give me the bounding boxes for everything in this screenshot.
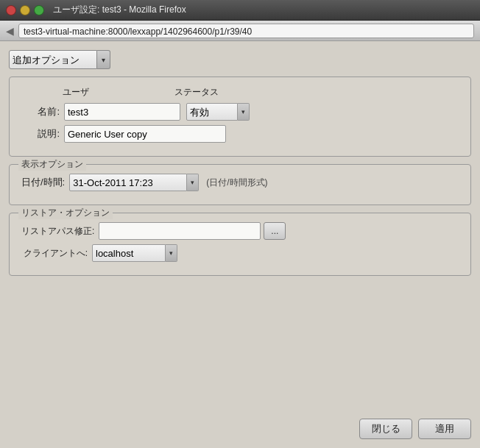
datetime-select-wrap: 31-Oct-2011 17:23 ▾ <box>69 174 199 191</box>
status-select[interactable]: 有効 <box>186 103 238 121</box>
titlebar: ユーザ設定: test3 - Mozilla Firefox <box>0 0 480 21</box>
datetime-row: 日付/時間: 31-Oct-2011 17:23 ▾ (日付/時間形式) <box>21 174 459 191</box>
minimize-window-button[interactable] <box>20 5 30 15</box>
close-button[interactable]: 閉じる <box>359 419 412 439</box>
datetime-select[interactable]: 31-Oct-2011 17:23 <box>69 174 187 191</box>
window-body: 追加オプション ▾ ユーザ ステータス 名前: 有効 ▾ 説明: 表 <box>0 41 480 448</box>
back-arrow-icon[interactable]: ◀ <box>6 25 14 37</box>
close-window-button[interactable] <box>6 5 16 15</box>
display-section: 表示オプション 日付/時間: 31-Oct-2011 17:23 ▾ (日付/時… <box>9 164 471 205</box>
restore-section: リストア・オプション リストアパス修正: ... クライアントへ: localh… <box>9 213 471 276</box>
restore-path-row: リストアパス修正: ... <box>21 222 459 240</box>
apply-button[interactable]: 適用 <box>418 419 471 439</box>
display-section-legend: 表示オプション <box>18 158 86 171</box>
client-arrow-icon[interactable]: ▾ <box>166 244 177 262</box>
status-select-wrap: 有効 ▾ <box>186 103 250 121</box>
status-arrow-icon[interactable]: ▾ <box>238 103 250 121</box>
restore-path-wrap: ... <box>99 222 286 240</box>
datetime-arrow-icon[interactable]: ▾ <box>187 174 199 191</box>
addon-options-row: 追加オプション ▾ <box>9 50 471 69</box>
client-row: クライアントへ: localhost ▾ <box>21 244 459 262</box>
user-column-header: ユーザ <box>51 86 169 99</box>
urlbar: ◀ test3-virtual-machine:8000/lexxapp/140… <box>0 21 480 41</box>
spacer <box>9 283 471 405</box>
addon-options-arrow[interactable]: ▾ <box>97 50 110 69</box>
addon-options-dropdown[interactable]: 追加オプション <box>9 50 97 69</box>
name-input[interactable] <box>64 103 180 121</box>
user-section: ユーザ ステータス 名前: 有効 ▾ 説明: <box>9 77 471 157</box>
maximize-window-button[interactable] <box>34 5 44 15</box>
restore-path-input[interactable] <box>99 222 261 240</box>
desc-input[interactable] <box>64 125 226 143</box>
datetime-label: 日付/時間: <box>21 176 65 189</box>
window-title: ユーザ設定: test3 - Mozilla Firefox <box>53 4 186 16</box>
column-headers: ユーザ ステータス <box>21 86 459 99</box>
name-row: 名前: 有効 ▾ <box>21 103 459 121</box>
desc-label: 説明: <box>21 127 60 141</box>
name-label: 名前: <box>21 105 60 118</box>
client-label: クライアントへ: <box>21 247 88 260</box>
bottom-buttons: 閉じる 適用 <box>9 413 471 439</box>
window-controls <box>6 5 44 15</box>
datetime-format-hint: (日付/時間形式) <box>206 177 267 189</box>
status-column-header: ステータス <box>169 86 242 99</box>
browse-button[interactable]: ... <box>264 222 286 240</box>
client-select-wrap: localhost ▾ <box>92 244 177 262</box>
desc-row: 説明: <box>21 125 459 143</box>
client-select[interactable]: localhost <box>92 244 166 262</box>
url-field[interactable]: test3-virtual-machine:8000/lexxapp/14029… <box>18 24 474 38</box>
restore-section-legend: リストア・オプション <box>18 207 113 219</box>
restore-path-label: リストアパス修正: <box>21 225 94 238</box>
